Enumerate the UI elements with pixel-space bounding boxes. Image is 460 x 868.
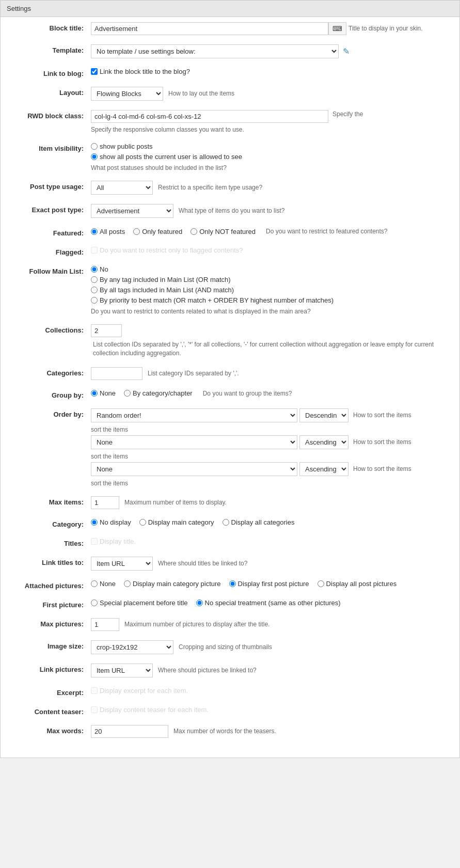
- featured-radio-only[interactable]: [133, 228, 140, 235]
- featured-radio-all[interactable]: [91, 228, 98, 235]
- featured-not[interactable]: Only NOT featured: [191, 228, 256, 235]
- follow-main-list-radio-any[interactable]: [91, 276, 98, 283]
- title-icon-btn[interactable]: ⌨: [328, 22, 346, 35]
- item-visibility-row: Item visibility: show public posts show …: [11, 143, 449, 173]
- image-size-select[interactable]: crop-192x192: [91, 640, 173, 654]
- order-row-3: None Ascending Descending How to sort th…: [91, 462, 449, 476]
- attached-pictures-content: None Display main category picture Displ…: [91, 580, 449, 588]
- excerpt-text: Display excerpt for each item.: [100, 687, 188, 695]
- attached-pictures-first-post[interactable]: Display first post picture: [229, 580, 309, 588]
- attached-pictures-radio-main-cat[interactable]: [124, 580, 131, 587]
- attached-pictures-label: Attached pictures:: [11, 580, 91, 590]
- item-visibility-options: show public posts show all posts the cur…: [91, 143, 242, 171]
- category-radio-main[interactable]: [139, 519, 146, 526]
- link-titles-select[interactable]: Item URL: [91, 557, 153, 571]
- group-by-radio-category[interactable]: [124, 390, 131, 397]
- layout-label: Layout:: [11, 87, 91, 97]
- categories-input[interactable]: [91, 367, 142, 380]
- titles-row: Titles: Display title.: [11, 538, 449, 549]
- categories-label: Categories:: [11, 367, 91, 377]
- item-visibility-radio-public[interactable]: [91, 143, 98, 150]
- flagged-checkbox[interactable]: [91, 247, 98, 254]
- template-select[interactable]: No template / use settings below:: [91, 44, 339, 58]
- featured-all[interactable]: All posts: [91, 228, 125, 235]
- post-type-usage-select[interactable]: All: [91, 181, 153, 195]
- attached-pictures-options: None Display main category picture Displ…: [91, 580, 402, 588]
- group-by-hint: Do you want to group the items?: [203, 389, 292, 398]
- link-to-blog-checkbox[interactable]: [91, 68, 98, 75]
- order-select-2[interactable]: None: [91, 435, 297, 449]
- first-picture-no-special[interactable]: No special treatment (same as other pict…: [196, 599, 341, 607]
- first-picture-radio-no-special[interactable]: [196, 599, 203, 606]
- category-radio-no[interactable]: [91, 519, 98, 526]
- flagged-text: Do you want to restrict only to flagged …: [100, 246, 243, 254]
- max-words-input[interactable]: [91, 725, 168, 738]
- collections-input[interactable]: [91, 324, 122, 337]
- content-teaser-checkbox-label[interactable]: Display content teaser for each item.: [91, 706, 209, 714]
- attached-pictures-none[interactable]: None: [91, 580, 116, 588]
- attached-pictures-radio-all[interactable]: [318, 580, 324, 587]
- content-teaser-checkbox[interactable]: [91, 706, 98, 713]
- category-no-display[interactable]: No display: [91, 518, 131, 526]
- collections-row: Collections: List collection IDs separat…: [11, 324, 449, 360]
- attached-pictures-radio-none[interactable]: [91, 580, 98, 587]
- excerpt-checkbox-label[interactable]: Display excerpt for each item.: [91, 687, 188, 695]
- dir-select-3[interactable]: Ascending Descending: [299, 462, 348, 476]
- max-items-input[interactable]: [91, 496, 119, 509]
- follow-main-list-options: No By any tag included in Main List (OR …: [91, 265, 334, 315]
- excerpt-checkbox[interactable]: [91, 687, 98, 694]
- group-by-radio-none[interactable]: [91, 390, 98, 397]
- item-visibility-radio-all[interactable]: [91, 153, 98, 160]
- follow-main-list-priority[interactable]: By priority to best match (OR match + OR…: [91, 296, 334, 304]
- group-by-content: None By category/chapter Do you want to …: [91, 389, 449, 398]
- group-by-none[interactable]: None: [91, 389, 116, 397]
- flagged-checkbox-label[interactable]: Do you want to restrict only to flagged …: [91, 246, 243, 254]
- follow-main-list-any-tag[interactable]: By any tag included in Main List (OR mat…: [91, 276, 334, 283]
- order-by-row: Order by: Random order! Descending Ascen…: [11, 408, 449, 489]
- group-by-label: Group by:: [11, 389, 91, 399]
- follow-main-list-radio-all[interactable]: [91, 287, 98, 293]
- max-words-label: Max words:: [11, 725, 91, 735]
- first-picture-special[interactable]: Special placement before title: [91, 599, 188, 607]
- follow-main-list-radio-priority[interactable]: [91, 297, 98, 304]
- follow-main-list-radio-no[interactable]: [91, 266, 98, 273]
- rwd-input[interactable]: [91, 110, 328, 123]
- featured-only[interactable]: Only featured: [133, 228, 182, 235]
- link-to-blog-checkbox-label[interactable]: Link the block title to the blog?: [91, 68, 190, 75]
- max-pictures-input[interactable]: [91, 618, 119, 631]
- image-size-content: crop-192x192 Cropping and sizing of thum…: [91, 640, 449, 654]
- first-picture-radio-special[interactable]: [91, 599, 98, 606]
- exact-post-type-select[interactable]: Advertisement: [91, 204, 173, 218]
- order-select-3[interactable]: None: [91, 462, 297, 476]
- featured-radio-not[interactable]: [191, 228, 197, 235]
- item-visibility-all[interactable]: show all posts the current user is allow…: [91, 153, 242, 161]
- excerpt-label: Excerpt:: [11, 687, 91, 697]
- category-all[interactable]: Display all categories: [223, 518, 295, 526]
- layout-select[interactable]: Flowing Blocks: [91, 87, 163, 101]
- dir-select-1[interactable]: Descending Ascending: [299, 408, 348, 422]
- order-hint-3: How to sort the items: [353, 465, 411, 472]
- link-pictures-label: Link pictures:: [11, 664, 91, 673]
- titles-checkbox[interactable]: [91, 538, 98, 545]
- category-main[interactable]: Display main category: [139, 518, 214, 526]
- first-picture-options: Special placement before title No specia…: [91, 599, 346, 607]
- link-pictures-select[interactable]: Item URL: [91, 664, 153, 677]
- template-edit-btn[interactable]: ✎: [341, 45, 352, 57]
- attached-pictures-radio-first[interactable]: [229, 580, 236, 587]
- follow-main-list-no[interactable]: No: [91, 265, 334, 273]
- item-visibility-public[interactable]: show public posts: [91, 143, 242, 150]
- max-pictures-row: Max pictures: Maximum number of pictures…: [11, 618, 449, 633]
- max-items-hint: Maximum number of items to display.: [124, 498, 227, 507]
- template-label: Template:: [11, 44, 91, 54]
- block-title-input[interactable]: [91, 22, 328, 35]
- category-radio-all[interactable]: [223, 519, 229, 526]
- dir-select-2[interactable]: Ascending Descending: [299, 435, 348, 449]
- group-by-category[interactable]: By category/chapter: [124, 389, 193, 397]
- order-row-1: Random order! Descending Ascending How t…: [91, 408, 449, 422]
- flagged-row: Flagged: Do you want to restrict only to…: [11, 246, 449, 258]
- titles-checkbox-label[interactable]: Display title.: [91, 538, 136, 545]
- attached-pictures-all[interactable]: Display all post pictures: [318, 580, 397, 588]
- order-select-1[interactable]: Random order!: [91, 408, 297, 422]
- attached-pictures-main-cat[interactable]: Display main category picture: [124, 580, 221, 588]
- follow-main-list-all-tags[interactable]: By all tags included in Main List (AND m…: [91, 286, 334, 294]
